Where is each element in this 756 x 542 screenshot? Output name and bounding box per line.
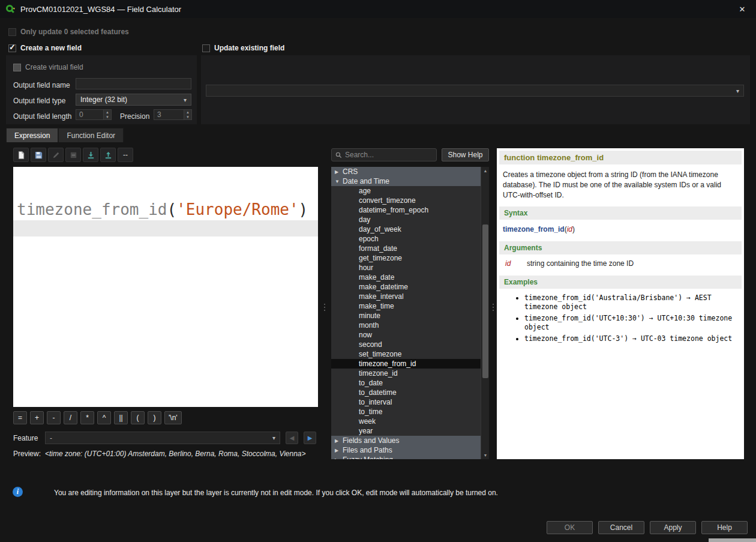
tree-group-fuzzy-matching[interactable]: ▶Fuzzy Matching: [331, 455, 481, 459]
tree-item-make-datetime[interactable]: make_datetime: [331, 282, 481, 292]
tree-label: to_date: [359, 379, 383, 387]
tree-item-week[interactable]: week: [331, 417, 481, 426]
tree-item-age[interactable]: age: [331, 186, 481, 196]
operator-button-1[interactable]: +: [30, 411, 44, 424]
tree-item-set-timezone[interactable]: set_timezone: [331, 349, 481, 359]
tree-item-format-date[interactable]: format_date: [331, 244, 481, 253]
function-search-box[interactable]: [331, 148, 437, 161]
tree-item-year[interactable]: year: [331, 426, 481, 436]
previous-feature-button[interactable]: ◀: [286, 432, 298, 444]
arguments-heading: Arguments: [499, 241, 742, 254]
chevron-right-icon[interactable]: ▶: [335, 448, 343, 453]
tree-group-date-and-time[interactable]: ▼Date and Time: [331, 176, 481, 186]
tree-item-month[interactable]: month: [331, 321, 481, 330]
tree-item-now[interactable]: now: [331, 330, 481, 340]
only-update-checkbox[interactable]: [8, 28, 16, 36]
scroll-up-icon[interactable]: ▲: [481, 167, 489, 175]
existing-field-combo[interactable]: ▾: [206, 85, 744, 97]
edit-expression-button[interactable]: [48, 148, 64, 162]
operator-button-6[interactable]: ||: [114, 411, 128, 424]
operator-button-3[interactable]: /: [64, 411, 77, 424]
tree-group-files-and-paths[interactable]: ▶Files and Paths: [331, 445, 481, 455]
expression-editor[interactable]: timezone_from_id('Europe/Rome'): [13, 167, 318, 407]
operator-button-7[interactable]: (: [131, 411, 145, 424]
update-existing-checkbox[interactable]: [202, 44, 210, 52]
tree-item-to-time[interactable]: to_time: [331, 407, 481, 417]
operator-button-9[interactable]: '\n': [164, 411, 182, 424]
tree-item-make-date[interactable]: make_date: [331, 273, 481, 282]
create-virtual-checkbox[interactable]: [13, 64, 21, 71]
comment-button[interactable]: --: [118, 148, 133, 162]
chevron-right-icon[interactable]: ▶: [335, 169, 343, 175]
tree-item-get-timezone[interactable]: get_timezone: [331, 253, 481, 263]
feature-combo[interactable]: - ▾: [45, 432, 280, 444]
tab-function-editor[interactable]: Function Editor: [58, 128, 124, 142]
tree-group-fields-and-values[interactable]: ▶Fields and Values: [331, 436, 481, 445]
splitter-handle-right[interactable]: [491, 297, 496, 318]
chevron-down-icon[interactable]: ▼: [335, 179, 343, 184]
spin-down-icon[interactable]: ▼: [104, 115, 111, 119]
create-virtual-checkbox-row[interactable]: Create virtual field: [13, 63, 83, 71]
tree-item-day-of-week[interactable]: day_of_week: [331, 224, 481, 234]
argument-row: id string containing the time zone ID: [497, 254, 744, 273]
export-expressions-button[interactable]: [100, 148, 116, 162]
precision-stepper[interactable]: 3 ▲▼: [154, 109, 192, 120]
remove-expression-button[interactable]: [65, 148, 81, 162]
create-new-field-checkbox[interactable]: ✓: [8, 44, 16, 52]
spin-up-icon[interactable]: ▲: [184, 110, 191, 115]
tree-item-hour[interactable]: hour: [331, 263, 481, 273]
save-expression-button[interactable]: [31, 148, 46, 162]
tree-item-timezone-id[interactable]: timezone_id: [331, 369, 481, 378]
example-item: timezone_from_id('UTC+10:30') → UTC+10:3…: [524, 314, 739, 332]
stepper-buttons[interactable]: ▲▼: [184, 110, 191, 119]
output-field-type-combo[interactable]: Integer (32 bit) ▾: [76, 94, 191, 106]
tree-item-convert-timezone[interactable]: convert_timezone: [331, 196, 481, 205]
chevron-right-icon[interactable]: ▶: [335, 438, 343, 444]
tree-item-minute[interactable]: minute: [331, 311, 481, 321]
tree-item-make-time[interactable]: make_time: [331, 301, 481, 311]
operator-button-8[interactable]: ): [148, 411, 161, 424]
tree-item-timezone-from-id[interactable]: timezone_from_id: [331, 359, 481, 369]
show-help-button[interactable]: Show Help: [442, 148, 489, 161]
scroll-down-icon[interactable]: ▼: [481, 451, 489, 459]
splitter-handle-left[interactable]: [322, 297, 327, 318]
tree-item-to-interval[interactable]: to_interval: [331, 397, 481, 407]
tree-group-crs[interactable]: ▶CRS: [331, 167, 481, 176]
tree-item-second[interactable]: second: [331, 340, 481, 349]
operator-button-4[interactable]: *: [80, 411, 94, 424]
search-icon: [335, 152, 342, 158]
tab-expression[interactable]: Expression: [6, 128, 58, 142]
cancel-button[interactable]: Cancel: [598, 521, 644, 534]
tree-item-datetime-from-epoch[interactable]: datetime_from_epoch: [331, 205, 481, 215]
chevron-right-icon[interactable]: ▶: [335, 457, 343, 460]
output-field-name-input[interactable]: [76, 78, 191, 89]
search-input[interactable]: [345, 151, 433, 159]
preview-label: Preview:: [13, 450, 41, 458]
tree-item-to-datetime[interactable]: to_datetime: [331, 388, 481, 397]
spin-up-icon[interactable]: ▲: [104, 110, 111, 115]
example-item: timezone_from_id('UTC-3') → UTC-03 timez…: [524, 334, 739, 343]
help-button[interactable]: Help: [701, 521, 748, 534]
create-new-field-checkbox-row[interactable]: ✓ Create a new field: [8, 44, 82, 52]
operator-button-0[interactable]: =: [13, 411, 27, 424]
operator-button-5[interactable]: ^: [97, 411, 111, 424]
only-update-checkbox-row[interactable]: Only update 0 selected features: [8, 28, 129, 36]
import-expressions-button[interactable]: [83, 148, 98, 162]
tree-item-to-date[interactable]: to_date: [331, 378, 481, 388]
close-icon[interactable]: ✕: [728, 0, 756, 18]
update-existing-checkbox-row[interactable]: Update existing field: [202, 44, 284, 52]
ok-button[interactable]: OK: [547, 521, 593, 534]
output-field-length-stepper[interactable]: 0 ▲▼: [76, 109, 112, 120]
new-expression-button[interactable]: [13, 148, 29, 162]
operator-button-2[interactable]: -: [47, 411, 61, 424]
apply-button[interactable]: Apply: [650, 521, 696, 534]
tree-scrollbar[interactable]: ▲ ▼: [481, 167, 489, 459]
stepper-buttons[interactable]: ▲▼: [103, 110, 111, 119]
examples-heading: Examples: [499, 276, 742, 289]
spin-down-icon[interactable]: ▼: [184, 115, 191, 119]
tree-item-epoch[interactable]: epoch: [331, 234, 481, 244]
tree-item-day[interactable]: day: [331, 215, 481, 224]
scrollbar-thumb[interactable]: [482, 224, 488, 378]
tree-item-make-interval[interactable]: make_interval: [331, 292, 481, 301]
next-feature-button[interactable]: ▶: [304, 432, 316, 444]
